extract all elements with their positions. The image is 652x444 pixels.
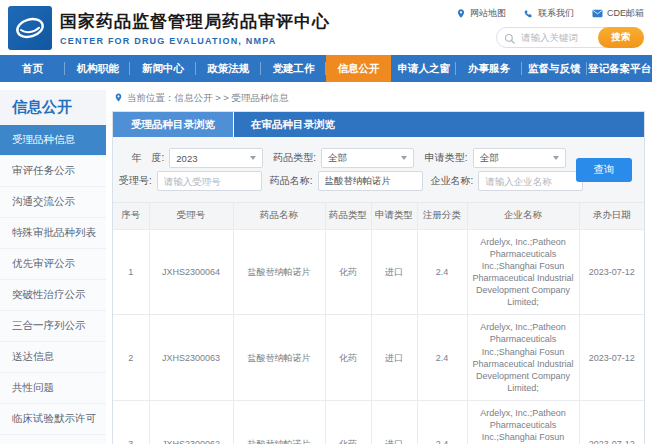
year-select[interactable]: 2023 — [169, 148, 262, 168]
table-cell: 盐酸替纳帕诺片 — [233, 229, 325, 315]
acceptance-input[interactable] — [157, 171, 262, 191]
site-subtitle: CENTER FOR DRUG EVALUATION, NMPA — [60, 36, 330, 46]
breadcrumb-text: 当前位置：信息公开 > > 受理品种信息 — [127, 92, 289, 105]
header-right: 网站地图联系我们CDE邮箱 搜索 — [456, 7, 644, 48]
table-cell: 进口 — [371, 401, 417, 444]
acceptance-label: 受理号: — [119, 174, 152, 188]
table-header-row: 序号受理号药品名称药品类型申请类型注册分类企业名称承办日期 — [113, 203, 644, 229]
quick-link-0[interactable]: 网站地图 — [456, 7, 506, 20]
table-cell: 2023-07-12 — [579, 401, 644, 444]
table-cell: 1 — [113, 229, 149, 315]
sidebar-item-7[interactable]: 送达信息 — [0, 342, 106, 373]
column-header-5: 注册分类 — [417, 203, 467, 229]
sidebar-item-2[interactable]: 沟通交流公示 — [0, 187, 106, 218]
header-searchbar: 搜索 — [496, 27, 644, 48]
sidebar-item-5[interactable]: 突破性治疗公示 — [0, 280, 106, 311]
column-header-0: 序号 — [113, 203, 149, 229]
sidebar-item-1[interactable]: 审评任务公示 — [0, 156, 106, 187]
breadcrumb: 当前位置：信息公开 > > 受理品种信息 — [112, 90, 645, 111]
nav-item-9[interactable]: 登记备案平台 — [587, 55, 652, 82]
sidebar-item-8[interactable]: 共性问题 — [0, 373, 106, 404]
table-cell: 化药 — [325, 401, 371, 444]
table-cell: Ardelyx, Inc.;Patheon Pharmaceuticals In… — [467, 229, 579, 315]
sidebar-title: 信息公开 — [0, 90, 106, 125]
table-cell: Ardelyx, Inc.;Patheon Pharmaceuticals In… — [467, 315, 579, 401]
query-button[interactable]: 查询 — [576, 158, 632, 182]
tab-0[interactable]: 受理品种目录浏览 — [113, 112, 233, 137]
table-body: 1JXHS2300064盐酸替纳帕诺片化药进口2.4Ardelyx, Inc.;… — [113, 229, 644, 444]
quick-link-1[interactable]: 联系我们 — [524, 7, 574, 20]
sidebar-item-6[interactable]: 三合一序列公示 — [0, 311, 106, 342]
filter-panel: 年 度: 2023 药品类型: 全部 申请类型: 全部 受理号: — [113, 137, 644, 203]
search-icon — [504, 31, 516, 49]
site-header: 国家药品监督管理局药品审评中心 CENTER FOR DRUG EVALUATI… — [0, 0, 652, 55]
table-cell: 进口 — [371, 315, 417, 401]
column-header-2: 药品名称 — [233, 203, 325, 229]
table-cell: 进口 — [371, 229, 417, 315]
table-cell: 2 — [113, 315, 149, 401]
main-nav: 首页机构职能新闻中心政策法规党建工作信息公开申请人之窗办事服务监督与反馈登记备案… — [0, 55, 652, 82]
column-header-1: 受理号 — [149, 203, 233, 229]
table-cell: 化药 — [325, 229, 371, 315]
site-title: 国家药品监督管理局药品审评中心 — [60, 10, 330, 33]
page-body: 信息公开 受理品种信息审评任务公示沟通交流公示特殊审批品种列表优先审评公示突破性… — [0, 82, 652, 444]
table-cell: 盐酸替纳帕诺片 — [233, 401, 325, 444]
nav-item-3[interactable]: 政策法规 — [196, 55, 261, 82]
chevron-down-icon — [250, 156, 256, 160]
table-cell: 2023-07-12 — [579, 315, 644, 401]
column-header-4: 申请类型 — [371, 203, 417, 229]
table-cell: JXHS2300064 — [149, 229, 233, 315]
cde-logo — [8, 6, 52, 50]
sidebar-item-0[interactable]: 受理品种信息 — [0, 125, 106, 156]
table-cell: JXHS2300063 — [149, 315, 233, 401]
chevron-down-icon — [553, 156, 559, 160]
sidebar-item-3[interactable]: 特殊审批品种列表 — [0, 218, 106, 249]
quick-links: 网站地图联系我们CDE邮箱 — [456, 7, 644, 20]
drug-type-select[interactable]: 全部 — [321, 148, 414, 168]
table-cell: Ardelyx, Inc.;Patheon Pharmaceuticals In… — [467, 401, 579, 444]
table-cell: 2.4 — [417, 229, 467, 315]
nav-item-1[interactable]: 机构职能 — [65, 55, 130, 82]
brand-block: 国家药品监督管理局药品审评中心 CENTER FOR DRUG EVALUATI… — [60, 10, 330, 46]
tab-1[interactable]: 在审品种目录浏览 — [233, 112, 353, 137]
nav-item-5[interactable]: 信息公开 — [326, 55, 391, 82]
search-button[interactable]: 搜索 — [598, 27, 644, 48]
results-table: 序号受理号药品名称药品类型申请类型注册分类企业名称承办日期 1JXHS23000… — [113, 203, 644, 444]
mail-icon — [592, 9, 603, 18]
year-label: 年 度: — [119, 151, 164, 165]
apply-type-select[interactable]: 全部 — [473, 148, 566, 168]
column-header-7: 承办日期 — [579, 203, 644, 229]
nav-item-2[interactable]: 新闻中心 — [130, 55, 195, 82]
nav-item-8[interactable]: 监督与反馈 — [522, 55, 587, 82]
sidebar: 信息公开 受理品种信息审评任务公示沟通交流公示特殊审批品种列表优先审评公示突破性… — [0, 90, 106, 444]
nav-item-7[interactable]: 办事服务 — [456, 55, 521, 82]
nav-item-4[interactable]: 党建工作 — [261, 55, 326, 82]
sidebar-item-10[interactable]: 上市药品信息 — [0, 435, 106, 444]
quick-link-2[interactable]: CDE邮箱 — [592, 7, 644, 20]
table-row: 3JXHS2300062盐酸替纳帕诺片化药进口2.4Ardelyx, Inc.;… — [113, 401, 644, 444]
table-cell: 2.4 — [417, 315, 467, 401]
filter-row-1: 年 度: 2023 药品类型: 全部 申请类型: 全部 — [119, 148, 574, 168]
filter-row-2: 受理号: 药品名称: 企业名称: — [119, 171, 574, 191]
tab-bar: 受理品种目录浏览在审品种目录浏览 — [113, 112, 644, 137]
chevron-down-icon — [401, 156, 407, 160]
table-cell: 2023-07-12 — [579, 229, 644, 315]
column-header-3: 药品类型 — [325, 203, 371, 229]
company-input[interactable] — [478, 171, 583, 191]
drug-name-label: 药品名称: — [270, 174, 313, 188]
table-cell: 3 — [113, 401, 149, 444]
nav-item-6[interactable]: 申请人之窗 — [391, 55, 456, 82]
content-panel: 受理品种目录浏览在审品种目录浏览 年 度: 2023 药品类型: 全部 申请类型… — [112, 111, 645, 444]
apply-type-label: 申请类型: — [422, 151, 467, 165]
sidebar-menu: 受理品种信息审评任务公示沟通交流公示特殊审批品种列表优先审评公示突破性治疗公示三… — [0, 125, 106, 444]
table-cell: JXHS2300062 — [149, 401, 233, 444]
drug-name-input[interactable] — [318, 171, 423, 191]
nav-item-0[interactable]: 首页 — [0, 55, 65, 82]
sidebar-item-9[interactable]: 临床试验默示许可 — [0, 404, 106, 435]
sidebar-item-4[interactable]: 优先审评公示 — [0, 249, 106, 280]
table-cell: 化药 — [325, 315, 371, 401]
main-content: 当前位置：信息公开 > > 受理品种信息 受理品种目录浏览在审品种目录浏览 年 … — [112, 90, 645, 444]
column-header-6: 企业名称 — [467, 203, 579, 229]
table-row: 1JXHS2300064盐酸替纳帕诺片化药进口2.4Ardelyx, Inc.;… — [113, 229, 644, 315]
logo-swoosh-icon — [12, 10, 48, 46]
